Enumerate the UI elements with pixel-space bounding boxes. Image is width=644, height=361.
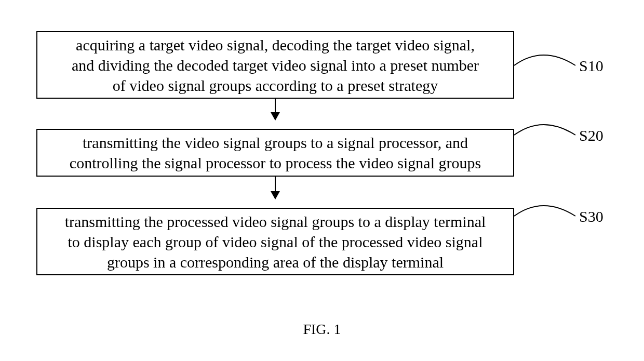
figure-caption: FIG. 1: [303, 322, 341, 337]
step-text-s20: transmitting the video signal groups to …: [70, 132, 481, 173]
step-label-s20: S20: [579, 128, 603, 143]
step-label-s30: S30: [579, 209, 603, 224]
step-box-s20: transmitting the video signal groups to …: [36, 129, 514, 177]
arrow-s10-s20: [275, 99, 276, 119]
step-label-s10: S10: [579, 58, 603, 74]
step-box-s30: transmitting the processed video signal …: [36, 208, 514, 275]
connector-s10: [514, 51, 576, 82]
flowchart-canvas: acquiring a target video signal, decodin…: [0, 0, 644, 361]
arrow-s20-s30: [275, 177, 276, 198]
connector-s20: [514, 121, 576, 152]
step-text-s30: transmitting the processed video signal …: [65, 211, 486, 272]
connector-s30: [514, 202, 576, 233]
step-text-s10: acquiring a target video signal, decodin…: [72, 35, 479, 96]
step-box-s10: acquiring a target video signal, decodin…: [36, 31, 514, 99]
